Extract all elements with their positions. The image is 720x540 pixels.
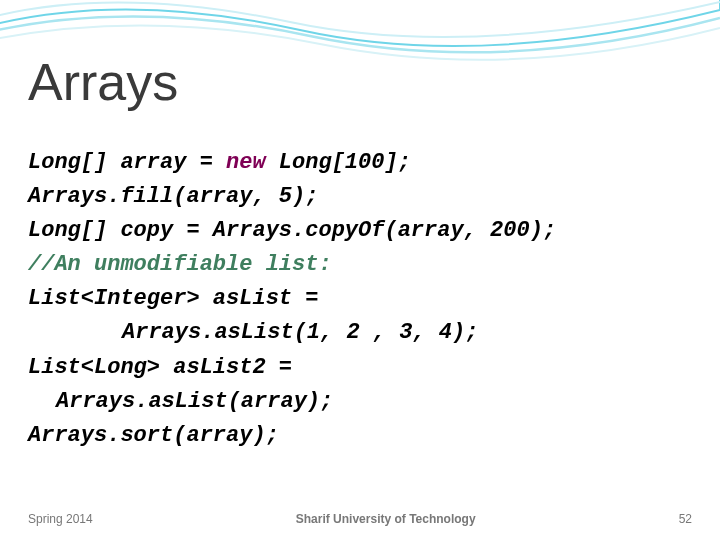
slide: Arrays Long[] array = new Long[100]; Arr…	[0, 0, 720, 540]
keyword-new: new	[226, 150, 266, 175]
page-number: 52	[679, 512, 692, 526]
code-line-3: Long[] copy = Arrays.copyOf(array, 200);	[28, 214, 700, 248]
code-comment: //An unmodifiable list:	[28, 248, 700, 282]
code-line-9: Arrays.sort(array);	[28, 419, 700, 453]
footer-term: Spring 2014	[28, 512, 93, 526]
code-block: Long[] array = new Long[100]; Arrays.fil…	[28, 146, 700, 453]
code-line-2: Arrays.fill(array, 5);	[28, 180, 700, 214]
footer: Spring 2014 Sharif University of Technol…	[0, 512, 720, 526]
code-line-1: Long[] array = new Long[100];	[28, 146, 700, 180]
footer-institution: Sharif University of Technology	[296, 512, 476, 526]
code-line-5: List<Integer> asList =	[28, 282, 700, 316]
code-line-6: Arrays.asList(1, 2 , 3, 4);	[28, 316, 700, 350]
code-text: Long[] array =	[28, 150, 226, 175]
page-title: Arrays	[28, 52, 178, 112]
code-line-7: List<Long> asList2 =	[28, 351, 700, 385]
code-line-8: Arrays.asList(array);	[28, 385, 700, 419]
code-text: Long[100];	[266, 150, 411, 175]
